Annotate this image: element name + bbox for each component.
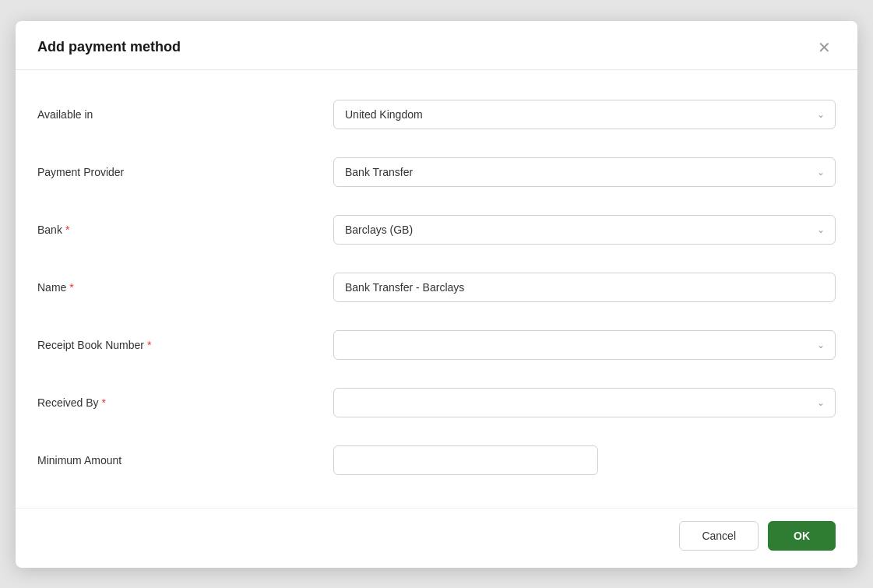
minimum-amount-field xyxy=(333,445,836,475)
bank-label: Bank * xyxy=(37,224,333,236)
bank-field: Barclays (GB) ⌄ xyxy=(333,215,836,245)
payment-provider-field: Bank Transfer ⌄ xyxy=(333,157,836,187)
receipt-book-number-field: ⌄ xyxy=(333,330,836,360)
received-by-label: Received By * xyxy=(37,396,333,409)
available-in-label: Available in xyxy=(37,108,333,121)
received-by-row: Received By * ⌄ xyxy=(37,374,836,431)
name-row: Name * xyxy=(37,259,836,316)
dialog-header: Add payment method ✕ xyxy=(16,21,857,70)
bank-required-star: * xyxy=(65,224,69,236)
dialog-title: Add payment method xyxy=(37,39,181,55)
payment-provider-select[interactable]: Bank Transfer xyxy=(333,157,836,187)
add-payment-method-dialog: Add payment method ✕ Available in United… xyxy=(16,21,857,568)
payment-provider-label: Payment Provider xyxy=(37,166,333,178)
available-in-field: United Kingdom ⌄ xyxy=(333,100,836,129)
bank-select[interactable]: Barclays (GB) xyxy=(333,215,836,245)
received-by-select-wrapper: ⌄ xyxy=(333,388,836,417)
minimum-amount-row: Minimum Amount xyxy=(37,431,836,489)
available-in-select[interactable]: United Kingdom xyxy=(333,100,836,129)
bank-row: Bank * Barclays (GB) ⌄ xyxy=(37,201,836,259)
cancel-button[interactable]: Cancel xyxy=(679,521,759,551)
available-in-select-wrapper: United Kingdom ⌄ xyxy=(333,100,836,129)
name-input[interactable] xyxy=(333,273,836,302)
name-required-star: * xyxy=(69,281,73,294)
minimum-amount-label: Minimum Amount xyxy=(37,454,333,467)
close-button[interactable]: ✕ xyxy=(813,38,836,57)
payment-provider-row: Payment Provider Bank Transfer ⌄ xyxy=(37,143,836,201)
bank-select-wrapper: Barclays (GB) ⌄ xyxy=(333,215,836,245)
available-in-row: Available in United Kingdom ⌄ xyxy=(37,86,836,143)
payment-provider-select-wrapper: Bank Transfer ⌄ xyxy=(333,157,836,187)
dialog-footer: Cancel OK xyxy=(16,508,857,568)
receipt-book-number-label: Receipt Book Number * xyxy=(37,339,333,351)
minimum-amount-input[interactable] xyxy=(333,445,598,475)
receipt-book-number-row: Receipt Book Number * ⌄ xyxy=(37,316,836,374)
name-label: Name * xyxy=(37,281,333,294)
received-by-required-star: * xyxy=(102,396,106,409)
received-by-select[interactable] xyxy=(333,388,836,417)
receipt-book-number-select[interactable] xyxy=(333,330,836,360)
dialog-body: Available in United Kingdom ⌄ Payment Pr… xyxy=(16,70,857,508)
received-by-field: ⌄ xyxy=(333,388,836,417)
name-field xyxy=(333,273,836,302)
ok-button[interactable]: OK xyxy=(768,521,836,551)
receipt-book-number-select-wrapper: ⌄ xyxy=(333,330,836,360)
receipt-book-number-required-star: * xyxy=(147,339,151,351)
